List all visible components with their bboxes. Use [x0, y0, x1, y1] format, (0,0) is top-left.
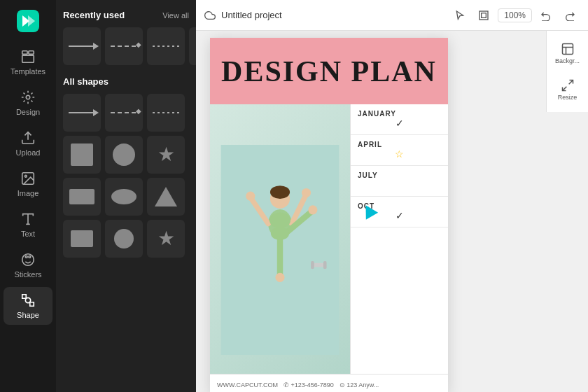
dashed-line	[111, 46, 137, 47]
shape-icon	[20, 293, 36, 308]
sidebar-item-label: Text	[21, 230, 35, 238]
shape-square[interactable]	[63, 136, 101, 174]
frame-tool-button[interactable]	[474, 6, 493, 25]
svg-rect-31	[562, 44, 573, 55]
all-shapes-row-basic: ★	[63, 136, 189, 174]
recently-used-header: Recently used View all	[63, 10, 189, 20]
view-all-link[interactable]: View all	[162, 11, 189, 20]
shape-circle[interactable]	[105, 136, 143, 174]
cursor-icon	[454, 10, 465, 21]
sidebar-item-label: Upload	[16, 148, 41, 157]
cursor-tool-button[interactable]	[450, 6, 470, 25]
shape-star[interactable]: ★	[147, 136, 185, 174]
recent-shape-dashed[interactable]	[105, 27, 143, 65]
sidebar-item-label: Templates	[10, 67, 46, 76]
recently-used-row	[63, 27, 189, 65]
canvas-area: Untitled project 100%	[196, 0, 588, 392]
svg-rect-1	[22, 51, 27, 55]
svg-point-27	[271, 227, 289, 240]
month-apr: APRIL	[358, 141, 441, 148]
all-shapes-row-secondary	[63, 178, 189, 216]
svg-rect-12	[479, 11, 488, 20]
canvas-content[interactable]: DESIGN PLAN	[196, 31, 546, 392]
card-footer: WWW.CAPCUT.COM ✆ +123-456-7890 ⊙ 123 Any…	[210, 374, 448, 392]
sidebar-item-design[interactable]: Design	[4, 84, 52, 122]
image-icon	[20, 171, 36, 186]
top-bar-actions: 100%	[450, 6, 580, 25]
svg-point-20	[246, 191, 255, 200]
rect-h-shape	[69, 189, 94, 204]
frame-icon	[478, 10, 489, 21]
shape-triangle[interactable]	[147, 178, 185, 216]
upload-icon	[20, 130, 36, 146]
design-card[interactable]: DESIGN PLAN	[210, 38, 448, 392]
redo-icon	[564, 10, 575, 21]
sidebar-item-label: Stickers	[14, 270, 41, 279]
resize-label: Resize	[558, 94, 578, 101]
table-row-jul: JULY	[351, 166, 448, 197]
triangle-shape	[155, 187, 177, 206]
svg-rect-29	[311, 260, 314, 268]
cloud-icon	[204, 10, 216, 21]
shape-star-sm[interactable]: ★	[147, 220, 185, 258]
month-jul: JULY	[358, 172, 441, 179]
shape-rect-h[interactable]	[63, 178, 101, 216]
yoga-figure-svg	[217, 145, 343, 355]
resize-icon	[561, 78, 575, 92]
top-bar: Untitled project 100%	[196, 0, 588, 31]
recent-shape-more[interactable]	[189, 27, 196, 65]
zoom-control[interactable]: 100%	[498, 8, 532, 22]
all-shapes-title: All shapes	[63, 76, 189, 87]
all-shapes-row-extra: ★	[63, 220, 189, 258]
resize-tool[interactable]: Resize	[550, 73, 585, 106]
shape-circle-sm[interactable]	[105, 220, 143, 258]
svg-rect-13	[482, 13, 486, 18]
table-row-apr: APRIL ☆	[351, 135, 448, 166]
project-title: Untitled project	[221, 10, 444, 20]
undo-button[interactable]	[536, 6, 556, 25]
right-tools-panel: Backgr... Resize	[546, 31, 588, 112]
shapes-panel: Recently used View all All shapes	[56, 0, 196, 392]
footer-website: WWW.CAPCUT.COM	[217, 382, 278, 388]
circle-shape	[113, 144, 135, 166]
background-tool[interactable]: Backgr...	[550, 36, 585, 70]
shape-dotted[interactable]	[147, 94, 185, 132]
sidebar-item-upload[interactable]: Upload	[4, 125, 52, 162]
svg-point-26	[270, 212, 290, 228]
recent-shape-arrow[interactable]	[63, 27, 101, 65]
shape-rect-sm[interactable]	[63, 220, 101, 258]
dotted-line	[153, 46, 179, 47]
svg-point-7	[24, 175, 27, 177]
svg-rect-2	[29, 51, 34, 55]
star-apr: ☆	[358, 148, 441, 160]
svg-rect-30	[323, 260, 327, 268]
shape-dashed-arrow[interactable]	[105, 94, 143, 132]
sidebar-item-templates[interactable]: Templates	[4, 43, 52, 81]
svg-point-17	[270, 186, 290, 199]
svg-point-23	[308, 205, 317, 214]
background-icon	[561, 42, 575, 56]
check-oct: ✓	[358, 210, 441, 221]
shape-arrow[interactable]	[63, 94, 101, 132]
sidebar-item-stickers[interactable]: Stickers	[4, 246, 52, 284]
sidebar-item-image[interactable]: Image	[4, 165, 52, 203]
star-shape: ★	[158, 145, 175, 164]
sidebar-item-shape[interactable]: Shape	[4, 287, 52, 325]
sidebar-item-text[interactable]: Text	[4, 206, 52, 244]
star-sm-shape: ★	[158, 229, 175, 248]
svg-point-4	[26, 95, 30, 99]
svg-rect-28	[313, 262, 325, 267]
recently-used-title: Recently used	[63, 10, 125, 20]
svg-point-10	[22, 254, 34, 266]
background-label: Backgr...	[555, 57, 580, 64]
arrow-line	[69, 46, 95, 47]
shape-ellipse[interactable]	[105, 178, 143, 216]
svg-point-25	[275, 272, 284, 281]
sidebar-item-label: Design	[16, 108, 40, 116]
stickers-icon	[20, 252, 36, 267]
redo-button[interactable]	[560, 6, 580, 25]
undo-icon	[540, 10, 552, 21]
footer-address: ⊙ 123 Anyw...	[340, 382, 379, 388]
recent-shape-dotted[interactable]	[147, 27, 185, 65]
svg-line-33	[562, 87, 566, 91]
